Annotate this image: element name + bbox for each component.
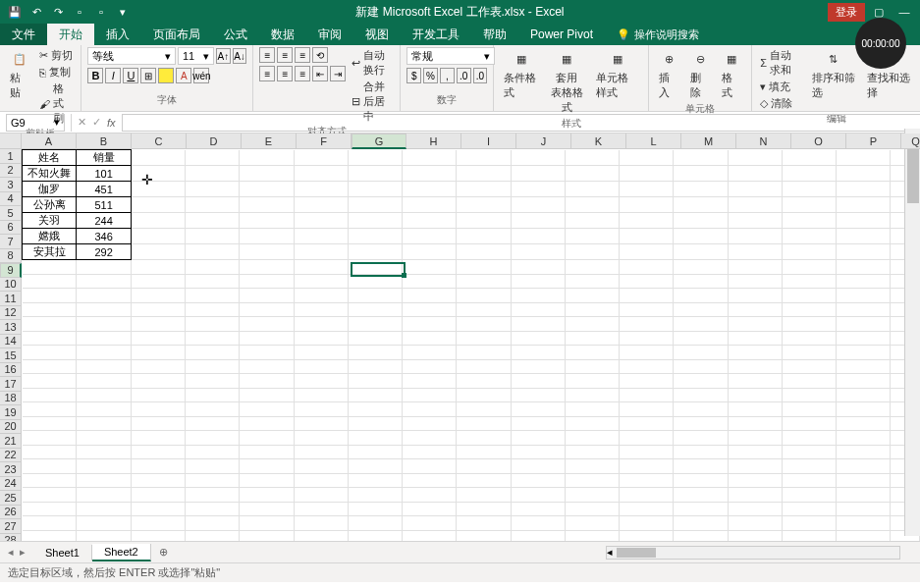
cell-G19[interactable] — [348, 416, 402, 431]
cell-J24[interactable] — [511, 488, 565, 503]
increase-font-button[interactable]: A↑ — [216, 48, 231, 64]
cell-A14[interactable] — [23, 346, 77, 360]
cell-K18[interactable] — [565, 402, 619, 417]
cell-N5[interactable] — [728, 213, 782, 229]
cell-C3[interactable] — [131, 182, 185, 197]
cell-I5[interactable] — [457, 213, 511, 229]
cell-I18[interactable] — [457, 402, 511, 417]
cell-I26[interactable] — [457, 516, 511, 531]
cell-K6[interactable] — [565, 229, 619, 244]
row-header-16[interactable]: 16 — [0, 363, 22, 378]
cell-P6[interactable] — [836, 229, 890, 244]
cell-F5[interactable] — [294, 213, 348, 229]
cell-F19[interactable] — [294, 416, 348, 431]
cell-M25[interactable] — [674, 502, 728, 516]
cell-G1[interactable] — [348, 150, 402, 166]
cell-N16[interactable] — [728, 374, 782, 389]
cell-D1[interactable] — [186, 150, 240, 166]
cell-A17[interactable] — [23, 388, 77, 402]
cell-E21[interactable] — [240, 445, 294, 459]
cell-E11[interactable] — [240, 302, 294, 317]
cell-N6[interactable] — [728, 229, 782, 244]
cell-I25[interactable] — [457, 502, 511, 516]
row-header-20[interactable]: 20 — [0, 420, 22, 435]
bold-button[interactable]: B — [87, 68, 103, 83]
cell-I14[interactable] — [457, 346, 511, 360]
cell-P22[interactable] — [836, 459, 890, 474]
cell-O7[interactable] — [782, 244, 836, 260]
cell-J23[interactable] — [511, 473, 565, 488]
cell-H26[interactable] — [403, 516, 457, 531]
align-right-button[interactable]: ≡ — [295, 66, 310, 81]
cell-L10[interactable] — [620, 289, 674, 303]
cell-G20[interactable] — [348, 431, 402, 446]
cell-N4[interactable] — [728, 197, 782, 213]
formula-bar[interactable] — [122, 114, 920, 132]
cell-M17[interactable] — [674, 388, 728, 402]
cell-L8[interactable] — [620, 260, 674, 275]
cell-K19[interactable] — [565, 416, 619, 431]
cell-M6[interactable] — [674, 229, 728, 244]
inc-decimal-button[interactable]: .0 — [457, 68, 471, 83]
cell-N3[interactable] — [728, 182, 782, 197]
paste-button[interactable]: 📋粘贴 — [6, 47, 33, 102]
cell-G11[interactable] — [348, 302, 402, 317]
cell-M23[interactable] — [674, 473, 728, 488]
cell-J10[interactable] — [511, 289, 565, 303]
cell-M1[interactable] — [674, 150, 728, 166]
cell-H3[interactable] — [403, 182, 457, 197]
cell-D14[interactable] — [186, 346, 240, 360]
cell-C2[interactable] — [131, 166, 185, 182]
cell-B23[interactable] — [77, 473, 132, 488]
cancel-formula-icon[interactable]: ✕ — [78, 116, 86, 129]
cell-A8[interactable] — [23, 260, 77, 275]
row-header-18[interactable]: 18 — [0, 392, 22, 406]
cell-C12[interactable] — [131, 317, 185, 332]
tab-dev[interactable]: 开发工具 — [401, 24, 471, 45]
cell-O27[interactable] — [782, 530, 836, 541]
cell-J3[interactable] — [511, 182, 565, 197]
fill-color-button[interactable] — [158, 68, 174, 83]
cell-P1[interactable] — [836, 150, 890, 166]
cell-J20[interactable] — [511, 431, 565, 446]
cell-K14[interactable] — [565, 346, 619, 360]
col-header-G[interactable]: G — [352, 134, 406, 149]
col-header-A[interactable]: A — [22, 134, 77, 149]
insert-cells-button[interactable]: ⊕插入 — [655, 47, 682, 102]
cell-C9[interactable] — [131, 274, 185, 289]
cell-M12[interactable] — [674, 317, 728, 332]
cell-E3[interactable] — [240, 182, 294, 197]
sheet-nav-prev-icon[interactable]: ◂ — [6, 546, 16, 559]
cell-E27[interactable] — [240, 530, 294, 541]
cell-H13[interactable] — [403, 331, 457, 346]
cell-H15[interactable] — [403, 359, 457, 374]
cell-M27[interactable] — [674, 530, 728, 541]
cell-B18[interactable] — [77, 402, 132, 417]
cell-C13[interactable] — [131, 331, 185, 346]
align-bottom-button[interactable]: ≡ — [295, 47, 310, 63]
cell-K22[interactable] — [565, 459, 619, 474]
cell-O18[interactable] — [782, 402, 836, 417]
col-header-O[interactable]: O — [791, 134, 846, 149]
dec-decimal-button[interactable]: .0 — [473, 68, 488, 83]
cell-B24[interactable] — [77, 488, 132, 503]
cell-F1[interactable] — [294, 150, 348, 166]
cell-H5[interactable] — [403, 213, 457, 229]
cell-F17[interactable] — [294, 388, 348, 402]
cell-J12[interactable] — [511, 317, 565, 332]
cell-I23[interactable] — [457, 473, 511, 488]
cell-J7[interactable] — [511, 244, 565, 260]
cell-M24[interactable] — [674, 488, 728, 503]
cell-D3[interactable] — [186, 182, 240, 197]
cell-C18[interactable] — [131, 402, 185, 417]
cell-D20[interactable] — [186, 431, 240, 446]
indent-dec-button[interactable]: ⇤ — [312, 66, 328, 81]
copy-button[interactable]: ⎘复制 — [37, 64, 75, 80]
cell-N9[interactable] — [728, 274, 782, 289]
tab-powerpivot[interactable]: Power Pivot — [518, 24, 605, 45]
cell-E6[interactable] — [240, 229, 294, 244]
tab-view[interactable]: 视图 — [353, 24, 401, 45]
border-button[interactable]: ⊞ — [140, 68, 156, 83]
cell-L18[interactable] — [620, 402, 674, 417]
tab-file[interactable]: 文件 — [0, 24, 47, 45]
